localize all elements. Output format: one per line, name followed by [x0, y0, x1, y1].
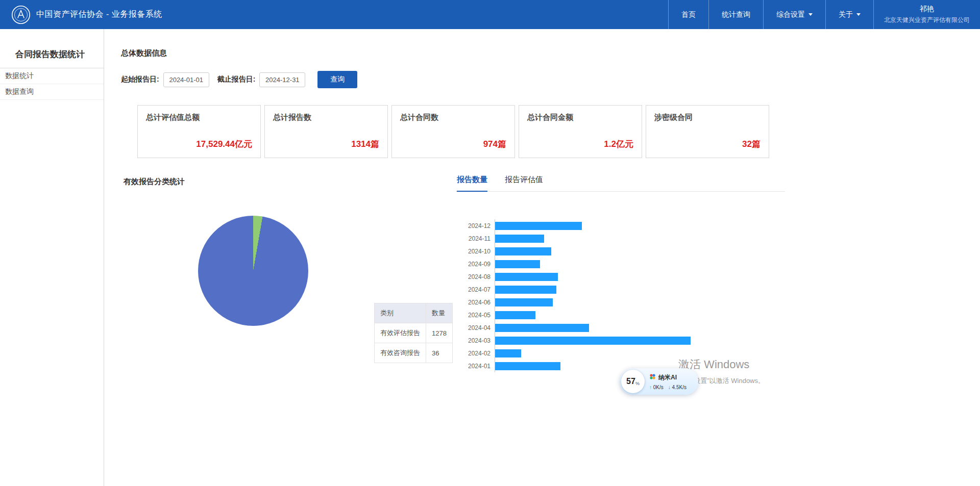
legend-col-category: 类别	[375, 303, 426, 323]
bar-category-label: 2024-01	[456, 363, 491, 370]
stat-card-value: 1.2亿元	[604, 138, 633, 150]
bar-track	[495, 245, 782, 258]
association-logo-icon	[11, 5, 31, 24]
nav-item-label: 统计查询	[722, 10, 750, 19]
bar[interactable]	[495, 362, 560, 370]
bar-row: 2024-05	[456, 309, 785, 321]
stat-card-total-reports: 总计报告数 1314篇	[264, 105, 388, 158]
table-row: 有效评估报告 1278	[375, 323, 453, 343]
chevron-down-icon	[856, 13, 861, 16]
sidebar-item-data-query[interactable]: 数据查询	[0, 84, 104, 100]
bar-track	[495, 296, 782, 309]
query-button[interactable]: 查询	[317, 71, 357, 88]
top-navbar: 中国资产评估协会 - 业务报备系统 首页 统计查询 综合设置 关于 祁艳 北京天…	[0, 0, 980, 29]
arrow-up-icon: ↑	[649, 385, 652, 390]
bar-track	[495, 309, 782, 321]
bar[interactable]	[495, 337, 691, 345]
stat-card-value: 1314篇	[351, 138, 379, 150]
start-date-input[interactable]	[163, 72, 209, 87]
nami-ai-app[interactable]: 纳米AI	[649, 373, 687, 382]
bar-chart: 2024-122024-112024-102024-092024-082024-…	[456, 219, 785, 372]
sidebar-item-label: 数据统计	[5, 71, 34, 80]
bar[interactable]	[495, 260, 540, 268]
nav-settings[interactable]: 综合设置	[763, 0, 825, 29]
bar-category-label: 2024-05	[456, 312, 491, 319]
bar-track	[495, 321, 782, 334]
download-speed: ↓ 4.5K/s	[668, 385, 687, 390]
memory-percent-circle[interactable]: 57%	[621, 370, 645, 393]
stat-card-label: 总计报告数	[273, 113, 379, 122]
legend-cell-category: 有效咨询报告	[375, 343, 426, 363]
legend-cell-count: 36	[426, 343, 453, 363]
bar[interactable]	[495, 311, 535, 319]
bar[interactable]	[495, 349, 521, 357]
stat-cards: 总计评估值总额 17,529.44亿元 总计报告数 1314篇 总计合同数 97…	[137, 105, 980, 158]
table-row: 有效咨询报告 36	[375, 343, 453, 363]
sidebar: 合同报告数据统计 数据统计 数据查询	[0, 29, 104, 486]
memory-percent-value: 57	[626, 377, 635, 386]
sidebar-title: 合同报告数据统计	[0, 48, 104, 68]
bar[interactable]	[495, 235, 544, 243]
bar-panel: 报告数量 报告评估值 2024-122024-112024-102024-092…	[456, 174, 785, 393]
chart-tabs: 报告数量 报告评估值	[456, 174, 785, 192]
bar-track	[495, 232, 782, 245]
bar-category-label: 2024-04	[456, 324, 491, 331]
bar[interactable]	[495, 298, 553, 306]
bar-category-label: 2024-10	[456, 248, 491, 255]
tab-report-count[interactable]: 报告数量	[457, 175, 487, 185]
charts-row: 有效报告分类统计 类别 数量 有效评估报告 1278 有效咨询报告	[121, 174, 980, 393]
stat-card-label: 总计评估值总额	[146, 113, 252, 122]
upload-speed: ↑ 0K/s	[649, 385, 664, 390]
user-company: 北京天健兴业资产评估有限公司	[884, 16, 970, 24]
bar-row: 2024-10	[456, 245, 785, 258]
pie-panel-title: 有效报告分类统计	[124, 177, 456, 187]
nav-item-label: 关于	[839, 10, 853, 19]
bar-row: 2024-01	[456, 360, 785, 372]
pie-legend-table: 类别 数量 有效评估报告 1278 有效咨询报告 36	[374, 303, 453, 363]
bar-track	[495, 219, 782, 232]
stat-card-total-contract-amount: 总计合同金额 1.2亿元	[519, 105, 642, 158]
bar-track	[495, 283, 782, 296]
stat-card-label: 总计合同数	[400, 113, 506, 122]
tab-report-value[interactable]: 报告评估值	[505, 175, 543, 185]
section-title: 总体数据信息	[121, 48, 980, 58]
bar-category-label: 2024-08	[456, 273, 491, 280]
bar-row: 2024-03	[456, 334, 785, 347]
legend-cell-category: 有效评估报告	[375, 323, 426, 343]
legend-col-count: 数量	[426, 303, 453, 323]
stat-card-value: 17,529.44亿元	[196, 138, 252, 150]
bar[interactable]	[495, 324, 589, 332]
bar-row: 2024-07	[456, 283, 785, 296]
bar[interactable]	[495, 286, 556, 294]
bar-category-label: 2024-12	[456, 222, 491, 229]
user-menu[interactable]: 祁艳 北京天健兴业资产评估有限公司	[873, 0, 980, 29]
bar-category-label: 2024-06	[456, 299, 491, 306]
bar-track	[495, 334, 782, 347]
bar-row: 2024-11	[456, 232, 785, 245]
stat-card-value: 32篇	[742, 138, 761, 150]
end-date-label: 截止报告日:	[217, 75, 256, 84]
nav-stat-query[interactable]: 统计查询	[708, 0, 763, 29]
nav-about[interactable]: 关于	[825, 0, 873, 29]
bar[interactable]	[495, 273, 558, 281]
sidebar-item-label: 数据查询	[5, 87, 34, 95]
sidebar-item-data-statistics[interactable]: 数据统计	[0, 68, 104, 84]
nami-ai-label: 纳米AI	[658, 373, 677, 382]
nav-item-label: 综合设置	[776, 10, 805, 19]
bar-category-label: 2024-09	[456, 261, 491, 268]
bar[interactable]	[495, 247, 551, 255]
stat-card-value: 974篇	[483, 138, 506, 150]
bar[interactable]	[495, 222, 582, 230]
arrow-down-icon: ↓	[668, 385, 671, 390]
table-header-row: 类别 数量	[375, 303, 453, 323]
bar-track	[495, 258, 782, 270]
end-date-input[interactable]	[259, 72, 305, 87]
memory-percent-unit: %	[635, 381, 640, 386]
nav-home[interactable]: 首页	[668, 0, 708, 29]
pie-chart[interactable]	[198, 216, 308, 326]
bar-track	[495, 270, 782, 283]
bar-category-label: 2024-11	[456, 235, 491, 242]
chevron-down-icon	[808, 13, 813, 16]
bar-row: 2024-12	[456, 219, 785, 232]
speed-widget[interactable]: 57% 纳米AI ↑ 0K/s ↓ 4.5K/s	[620, 368, 698, 395]
